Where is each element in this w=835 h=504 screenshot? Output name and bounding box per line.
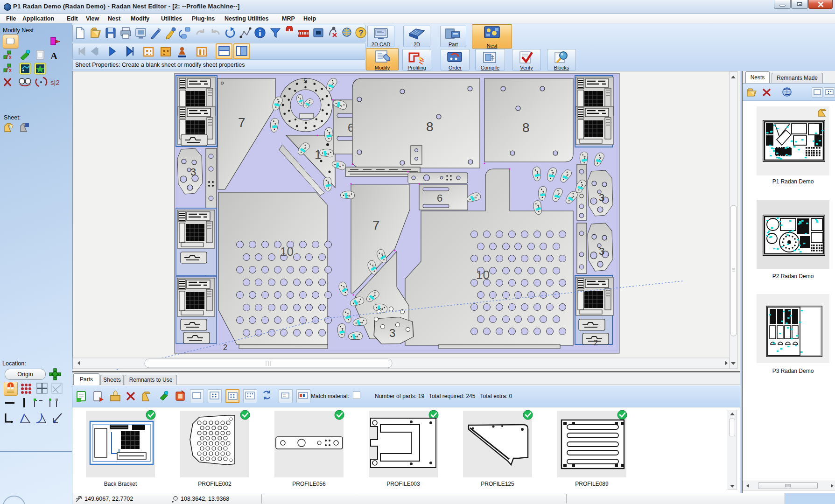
svg-text:2: 2 xyxy=(594,339,598,347)
svg-text:3: 3 xyxy=(599,245,604,257)
svg-text:3: 3 xyxy=(599,192,604,203)
svg-text:10: 10 xyxy=(280,245,294,259)
svg-text:3: 3 xyxy=(190,166,196,178)
svg-text:8: 8 xyxy=(522,120,530,135)
svg-text:3: 3 xyxy=(389,327,395,339)
svg-text:7: 7 xyxy=(238,115,246,130)
svg-text:7: 7 xyxy=(372,218,380,232)
svg-text:8: 8 xyxy=(426,119,434,134)
svg-text:5: 5 xyxy=(303,77,307,84)
svg-text:6: 6 xyxy=(437,192,442,204)
svg-text:10: 10 xyxy=(476,268,490,282)
svg-text:2: 2 xyxy=(223,343,227,351)
